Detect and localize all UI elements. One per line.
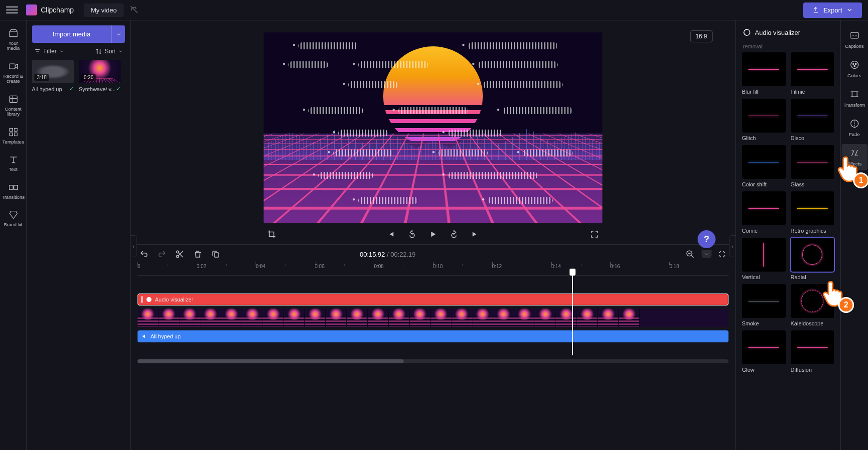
time-display: 00:15.92 / 00:22.19 xyxy=(360,251,416,258)
undo-icon[interactable] xyxy=(140,250,148,259)
track-audio-visualizer[interactable]: Audio visualizer xyxy=(138,294,728,305)
import-media-button[interactable]: Import media xyxy=(32,25,111,43)
svg-point-14 xyxy=(146,297,151,302)
panel-title: Audio visualizer xyxy=(740,26,836,43)
fullscreen-icon[interactable] xyxy=(589,229,599,239)
fx-item-glitch[interactable]: Glitch xyxy=(742,99,786,141)
check-icon: ✓ xyxy=(69,86,74,92)
fx-label: Disco xyxy=(791,135,835,141)
svg-rect-2 xyxy=(9,96,17,102)
fx-item-kaleidoscope[interactable]: Kaleidoscope xyxy=(791,284,835,326)
play-icon[interactable] xyxy=(428,229,438,239)
svg-rect-5 xyxy=(9,133,12,136)
import-media-dropdown[interactable] xyxy=(111,25,125,43)
playhead[interactable] xyxy=(572,274,573,355)
help-button[interactable]: ? xyxy=(698,230,716,248)
fx-label: Color shift xyxy=(742,181,786,187)
timeline-ruler[interactable]: 00:020:040:060:080:100:120:140:160:18 xyxy=(138,264,728,276)
filter-button[interactable]: Filter xyxy=(34,48,64,55)
fx-item-comic[interactable]: Comic xyxy=(742,191,786,234)
fx-label: Radial xyxy=(791,274,835,280)
brand-name: Clipchamp xyxy=(41,6,74,14)
left-nav-rail: Your media Record & create Content libra… xyxy=(0,20,27,450)
fx-item-smoke[interactable]: Smoke xyxy=(742,284,786,326)
rail-brand-kit[interactable]: Brand kit xyxy=(1,206,26,231)
ruler-tick: 0:14 xyxy=(551,264,561,269)
ruler-tick: 0:08 xyxy=(374,264,383,269)
rail-record[interactable]: Record & create xyxy=(1,57,26,88)
media-item-video[interactable]: 0:20 Synthwave/ v...✓ xyxy=(79,60,121,92)
fx-item-blur-fill[interactable]: Blur fill xyxy=(742,52,786,95)
fx-item-diffusion[interactable]: Diffusion xyxy=(791,330,835,373)
fx-label: Blur fill xyxy=(742,89,786,95)
rewind-icon[interactable] xyxy=(407,229,417,239)
rr-captions[interactable]: Captions xyxy=(842,26,868,53)
fx-item-glass[interactable]: Glass xyxy=(791,145,835,187)
forward-icon[interactable] xyxy=(449,229,459,239)
video-preview[interactable] xyxy=(264,32,602,223)
expand-chevron-icon[interactable] xyxy=(702,250,712,258)
track-audio[interactable]: All hyped up xyxy=(138,330,728,342)
rr-colors[interactable]: Colors xyxy=(842,56,868,82)
svg-point-17 xyxy=(851,61,858,69)
sort-button[interactable]: Sort xyxy=(95,48,123,55)
fx-label: Vertical xyxy=(742,274,786,280)
ruler-tick: 0:04 xyxy=(256,264,265,269)
media-item-audio[interactable]: 3:18 All hyped up✓ xyxy=(32,60,74,92)
check-icon: ✓ xyxy=(116,86,121,92)
effects-panel: Audio visualizer removal Blur fillFilmic… xyxy=(735,20,840,450)
rail-content-library[interactable]: Content library xyxy=(1,90,26,121)
fx-item-radial[interactable]: Radial xyxy=(791,238,835,280)
rr-transform[interactable]: Transform xyxy=(842,85,868,112)
duplicate-icon[interactable] xyxy=(211,250,220,259)
svg-rect-1 xyxy=(9,64,15,69)
video-title-input[interactable]: My video xyxy=(84,3,124,17)
rail-templates[interactable]: Templates xyxy=(1,123,26,149)
timeline-tracks: Audio visualizer All hyped up xyxy=(131,276,735,355)
rail-text[interactable]: Text xyxy=(1,150,26,176)
fx-item-vertical[interactable]: Vertical xyxy=(742,238,786,280)
fx-item-filmic[interactable]: Filmic xyxy=(791,52,835,95)
zoom-fit-icon[interactable] xyxy=(718,250,726,259)
ruler-tick: 0:10 xyxy=(433,264,442,269)
zoom-out-icon[interactable] xyxy=(686,250,695,259)
skip-back-icon[interactable] xyxy=(386,229,396,239)
fx-label: Diffusion xyxy=(791,367,835,373)
timeline-scrollbar[interactable] xyxy=(138,359,728,363)
hamburger-icon[interactable] xyxy=(6,4,18,16)
fx-item-retro-graphics[interactable]: Retro graphics xyxy=(791,191,835,234)
rr-fade[interactable]: Fade xyxy=(842,115,868,141)
export-button[interactable]: Export xyxy=(803,2,862,18)
track-video[interactable] xyxy=(138,308,728,327)
fx-item-glow[interactable]: Glow xyxy=(742,330,786,373)
svg-point-18 xyxy=(853,63,854,64)
redo-icon[interactable] xyxy=(157,250,166,259)
rail-transitions[interactable]: Transitions xyxy=(1,178,26,204)
sync-off-icon[interactable] xyxy=(130,5,139,15)
aspect-ratio-button[interactable]: 16:9 xyxy=(690,30,713,42)
split-icon[interactable] xyxy=(175,250,184,259)
delete-icon[interactable] xyxy=(193,250,202,259)
fx-label: Retro graphics xyxy=(791,228,835,234)
svg-rect-6 xyxy=(14,133,17,136)
rr-effects[interactable]: Effects xyxy=(842,144,868,170)
fx-label: Glass xyxy=(791,181,835,187)
fx-item-disco[interactable]: Disco xyxy=(791,99,835,141)
svg-rect-21 xyxy=(852,92,857,97)
crop-icon[interactable] xyxy=(267,229,277,239)
svg-rect-3 xyxy=(9,128,12,131)
fx-label: Filmic xyxy=(791,89,835,95)
skip-forward-icon[interactable] xyxy=(470,229,480,239)
center-area: ‹ › 16:9 xyxy=(131,20,735,450)
fx-label: Comic xyxy=(742,228,786,234)
effects-truncated-label: removal xyxy=(740,43,836,49)
timeline-toolbar: 00:15.92 / 00:22.19 xyxy=(131,244,735,264)
export-label: Export xyxy=(823,6,842,14)
fx-item-color-shift[interactable]: Color shift xyxy=(742,145,786,187)
clipchamp-logo-icon xyxy=(26,4,37,15)
svg-rect-4 xyxy=(14,128,17,131)
ruler-tick: 0:12 xyxy=(492,264,502,269)
rail-your-media[interactable]: Your media xyxy=(1,24,26,55)
right-properties-rail: Captions Colors Transform Fade Effects xyxy=(840,20,868,450)
svg-point-20 xyxy=(854,65,855,67)
